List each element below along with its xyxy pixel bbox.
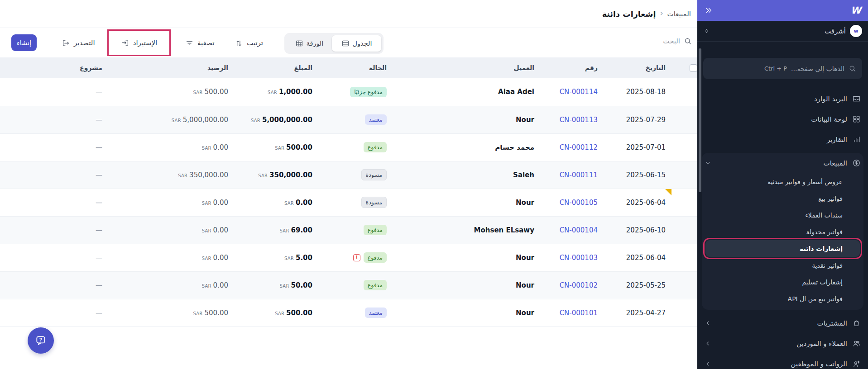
- table-row[interactable]: 2025-08-18CN-000114Alaa Adelمدفوع جزئيًا…: [0, 78, 697, 106]
- balance-cell: SAR350,000.00: [109, 161, 235, 189]
- column-header-number[interactable]: رقم: [541, 57, 604, 78]
- credit-note-link[interactable]: CN-000103: [560, 254, 598, 262]
- column-header-date[interactable]: التاريخ: [604, 57, 672, 78]
- sidebar-subitem-selected[interactable]: إشعارات دائنة: [705, 240, 860, 257]
- column-header-customer[interactable]: العميل: [405, 57, 541, 78]
- column-header-status[interactable]: الحالة: [319, 57, 405, 78]
- table-row[interactable]: 2025-06-04CN-000103Nourمدفوع!SAR5.00SAR0…: [0, 244, 697, 271]
- number-cell: CN-000113: [541, 106, 604, 133]
- app-logo[interactable]: W: [851, 5, 861, 16]
- table-row[interactable]: 2025-07-29CN-000113NourمعتمدSAR5,000,000…: [0, 106, 697, 133]
- column-header-amount[interactable]: المبلغ: [235, 57, 319, 78]
- sidebar-nav: البريد الواردلوحة البياناتالتقاريرالمبيع…: [697, 89, 868, 369]
- import-label: الإستيراد: [133, 39, 157, 47]
- sidebar-item-label: العملاء و الموردين: [796, 340, 847, 348]
- customer-cell: Mohsen ELsawy: [405, 216, 541, 244]
- date-cell: 2025-06-04: [604, 244, 672, 271]
- credit-note-link[interactable]: CN-000104: [560, 226, 598, 234]
- table-header-row: التاريخ رقم العميل الحالة المبلغ الرصيد …: [0, 57, 697, 78]
- import-button[interactable]: الإستيراد: [121, 34, 157, 52]
- table-row[interactable]: 2025-06-15CN-000111SalehمسودةSAR350,000.…: [0, 161, 697, 189]
- sidebar-subitem[interactable]: فواتير بيع من ال API: [702, 290, 863, 307]
- sidebar-subitem[interactable]: فواتير مجدولة: [702, 223, 863, 240]
- credit-note-link[interactable]: CN-000101: [560, 309, 598, 317]
- table-row[interactable]: 2025-06-10CN-000104Mohsen ELsawyمدفوعSAR…: [0, 216, 697, 244]
- sidebar-subitem-label: فواتير بيع: [818, 195, 843, 202]
- row-checkbox-cell: [672, 133, 697, 161]
- sidebar-item[interactable]: المشتريات: [697, 313, 868, 333]
- view-table-segment[interactable]: الجدول: [332, 35, 381, 52]
- credit-note-link[interactable]: CN-000113: [560, 116, 598, 124]
- sales-group: المبيعاتعروض أسعار و فواتير مبدئيةفواتير…: [702, 153, 863, 310]
- column-header-project[interactable]: مشروع: [0, 57, 109, 78]
- row-checkbox-cell: [672, 189, 697, 216]
- table-row[interactable]: 2025-07-01CN-000112محمد حساممدفوعSAR500.…: [0, 133, 697, 161]
- column-header-balance[interactable]: الرصيد: [109, 57, 235, 78]
- credit-note-link[interactable]: CN-000111: [560, 171, 598, 179]
- credit-note-link[interactable]: CN-000102: [560, 281, 598, 289]
- sort-button[interactable]: ترتيب: [235, 34, 263, 52]
- balance-cell: SAR0.00: [109, 133, 235, 161]
- sidebar-item[interactable]: لوحة البيانات: [697, 109, 868, 129]
- breadcrumb-chevron-icon: ‹: [660, 9, 663, 19]
- create-button[interactable]: إنشاء: [11, 34, 37, 51]
- help-button[interactable]: ?: [28, 327, 54, 354]
- search-input[interactable]: البحث: [663, 37, 692, 45]
- filter-button[interactable]: تصفية: [185, 34, 214, 52]
- sidebar-item[interactable]: التقارير: [697, 129, 868, 150]
- credit-note-link[interactable]: CN-000105: [560, 199, 598, 207]
- sidebar-subitem[interactable]: فواتير بيع: [702, 190, 863, 207]
- status-cell: مدفوع جزئيًا: [319, 78, 405, 106]
- balance-cell: SAR0.00: [109, 216, 235, 244]
- search-placeholder: البحث: [663, 37, 680, 45]
- export-label: التصدير: [74, 39, 95, 47]
- sidebar-scrollbar[interactable]: [699, 48, 701, 192]
- sidebar-item[interactable]: المبيعات: [702, 153, 863, 173]
- date-cell: 2025-07-29: [604, 106, 672, 133]
- export-icon: [62, 39, 70, 47]
- goto-page-input[interactable]: الذهاب إلى صفحة... Ctrl + P: [703, 58, 862, 79]
- project-cell: —: [0, 189, 109, 216]
- sidebar-item-label: التقارير: [827, 136, 847, 144]
- sidebar-item[interactable]: الرواتب و الموظفين: [697, 354, 868, 369]
- status-badge: مسودة: [361, 197, 387, 208]
- avatar: w: [850, 25, 862, 37]
- sidebar-subitem[interactable]: إشعارات تسليم: [702, 274, 863, 290]
- customer-cell: Saleh: [405, 161, 541, 189]
- view-paper-segment[interactable]: الورقة: [287, 35, 332, 52]
- sidebar-subitem[interactable]: فواتير نقدية: [702, 257, 863, 274]
- project-cell: —: [0, 244, 109, 271]
- sidebar: W w أشرقت الذهاب إلى صفحة... Ctrl + P ال…: [697, 0, 868, 369]
- status-badge: مسودة: [361, 169, 387, 180]
- breadcrumb: المبيعات ‹ إشعارات دائنة: [0, 0, 697, 28]
- status-badge: مدفوع: [364, 225, 387, 235]
- breadcrumb-parent[interactable]: المبيعات: [667, 10, 691, 18]
- credit-note-link[interactable]: CN-000114: [560, 88, 598, 96]
- sidebar-subitem[interactable]: عروض أسعار و فواتير مبدئية: [702, 173, 863, 190]
- status-badge: مدفوع: [364, 252, 387, 263]
- select-all-checkbox[interactable]: [690, 64, 697, 72]
- status-cell: معتمد: [319, 299, 405, 326]
- sidebar-item[interactable]: البريد الوارد: [697, 89, 868, 109]
- balance-cell: SAR500.00: [109, 78, 235, 106]
- credit-note-link[interactable]: CN-000112: [560, 143, 598, 151]
- table-row[interactable]: 2025-06-04CN-000105NourمسودةSAR0.00SAR0.…: [0, 189, 697, 216]
- table-row[interactable]: 2025-04-27CN-000101NourمعتمدSAR500.00SAR…: [0, 299, 697, 326]
- status-badge: مدفوع: [364, 142, 387, 152]
- table-row[interactable]: 2025-05-25CN-000102NourمدفوعSAR50.00SAR0…: [0, 271, 697, 299]
- export-button[interactable]: التصدير: [62, 34, 95, 52]
- balance-cell: SAR0.00: [109, 244, 235, 271]
- chevron-left-icon: [705, 340, 711, 347]
- collapse-sidebar-icon[interactable]: [705, 6, 713, 14]
- sidebar-subitem[interactable]: سندات العملاء: [702, 207, 863, 223]
- customer-cell: Alaa Adel: [405, 78, 541, 106]
- number-cell: CN-000111: [541, 161, 604, 189]
- goto-shortcut: Ctrl + P: [764, 65, 787, 72]
- sidebar-subitem-label: إشعارات تسليم: [802, 279, 843, 286]
- filter-label: تصفية: [197, 39, 214, 47]
- organization-switcher[interactable]: w أشرقت: [697, 21, 868, 42]
- sidebar-item-label: الرواتب و الموظفين: [791, 360, 847, 368]
- sidebar-item-label: البريد الوارد: [814, 95, 847, 103]
- sidebar-item[interactable]: العملاء و الموردين: [697, 333, 868, 354]
- date-cell: 2025-06-04: [604, 189, 672, 216]
